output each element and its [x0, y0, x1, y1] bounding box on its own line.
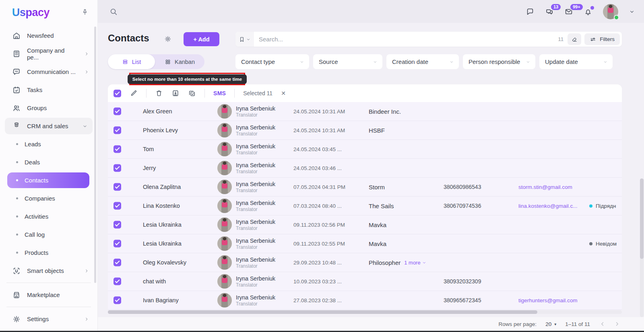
- contact-name[interactable]: chat with: [143, 278, 166, 285]
- company-more-link[interactable]: 1 more: [404, 260, 426, 266]
- row-checkbox[interactable]: [114, 297, 121, 304]
- sidebar-item-smart-objects[interactable]: Smart objects: [0, 262, 97, 280]
- table-row[interactable]: Lina Kostenko Iryna Serbeniuk Translator…: [108, 197, 622, 215]
- chevron-down-icon: [603, 59, 608, 64]
- sidebar-item-contacts-active[interactable]: Contacts: [7, 172, 89, 188]
- messenger-icon[interactable]: 13: [545, 7, 554, 16]
- contact-name[interactable]: Lesia Ukrainka: [143, 221, 182, 228]
- status-label: Підрядн: [596, 203, 616, 209]
- creation-date-filter[interactable]: Creation date: [386, 54, 459, 69]
- contact-type-filter[interactable]: Contact type: [235, 54, 309, 69]
- contact-name[interactable]: Lesia Ukrainka: [143, 240, 182, 247]
- clear-selection-button[interactable]: ✕: [281, 90, 286, 96]
- clear-search-button[interactable]: [568, 33, 581, 45]
- person-responsible-filter[interactable]: Person responsible: [463, 54, 535, 69]
- sidebar-item-communication[interactable]: Communication ...: [0, 63, 97, 81]
- table-row[interactable]: Lesia Ukrainka Iryna Serbeniuk Translato…: [108, 215, 622, 234]
- sidebar-item-deals[interactable]: Deals: [0, 153, 97, 171]
- creation-date-cell: 07.03.2024 08:40 ...: [293, 203, 342, 209]
- sidebar-item-company-and-people[interactable]: Company and pe...: [0, 45, 97, 63]
- previous-page-button[interactable]: [599, 320, 606, 328]
- search-input[interactable]: [254, 36, 558, 43]
- email-link[interactable]: storm.stin@gmail.com: [518, 184, 572, 190]
- sidebar-item-groups[interactable]: Groups: [0, 99, 97, 117]
- bell-icon[interactable]: [584, 7, 592, 16]
- email-link[interactable]: lina.kostenko@gmail.c...: [518, 203, 578, 209]
- sidebar-item-marketplace[interactable]: Marketplace: [0, 286, 97, 304]
- table-row[interactable]: Phoenix Levy Iryna Serbeniuk Translator …: [108, 121, 622, 140]
- email-link[interactable]: tigerhunters@gmail.com: [518, 297, 578, 303]
- sidebar-item-label: Groups: [27, 105, 47, 111]
- table-row[interactable]: Olena Zaplitna Iryna Serbeniuk Translato…: [108, 178, 622, 197]
- saved-filters-bookmark-button[interactable]: [235, 32, 254, 47]
- user-avatar[interactable]: [603, 4, 618, 19]
- edit-pencil-icon[interactable]: [130, 89, 138, 97]
- list-view-tab[interactable]: List: [108, 54, 155, 69]
- sidebar-item-products[interactable]: Products: [0, 244, 97, 262]
- row-checkbox[interactable]: [114, 164, 121, 172]
- sms-action-button[interactable]: SMS: [213, 90, 226, 96]
- contact-name[interactable]: Jerry: [143, 165, 156, 171]
- update-date-filter[interactable]: Update date: [539, 54, 613, 69]
- mail-icon[interactable]: 99+: [564, 7, 573, 16]
- table-row[interactable]: Alex Green Iryna Serbeniuk Translator 24…: [108, 102, 622, 121]
- table-row[interactable]: Tom Iryna Serbeniuk Translator 24.05.202…: [108, 140, 622, 159]
- vertical-scrollbar[interactable]: [640, 178, 644, 317]
- sidebar-item-tasks[interactable]: Tasks: [0, 81, 97, 99]
- profile-chevron-down-icon[interactable]: [629, 8, 635, 15]
- company-cell: HSBF: [369, 127, 385, 134]
- row-checkbox[interactable]: [114, 183, 121, 191]
- contacts-settings-gear-icon[interactable]: [164, 35, 172, 45]
- next-page-button[interactable]: [613, 320, 621, 328]
- kanban-view-tab[interactable]: Kanban: [155, 54, 204, 69]
- table-row[interactable]: chat with Iryna Serbeniuk Translator 10.…: [108, 272, 622, 291]
- table-row[interactable]: Ivan Bagriany Iryna Serbeniuk Translator…: [108, 291, 622, 310]
- row-checkbox[interactable]: [114, 202, 121, 210]
- contact-name[interactable]: Alex Green: [143, 108, 172, 115]
- row-checkbox[interactable]: [114, 259, 121, 266]
- dropdown-arrow-icon: ▾: [554, 322, 556, 326]
- sidebar-item-label: Contacts: [25, 177, 48, 184]
- table-row[interactable]: Oleg Kovalevsky Iryna Serbeniuk Translat…: [108, 253, 622, 272]
- row-checkbox[interactable]: [114, 108, 121, 115]
- export-download-icon[interactable]: [171, 89, 180, 97]
- horizontal-scrollbar-thumb[interactable]: [108, 310, 537, 314]
- sidebar-item-newsfeed[interactable]: Newsfeed: [0, 27, 97, 45]
- row-checkbox[interactable]: [114, 278, 121, 285]
- row-checkbox[interactable]: [114, 146, 121, 153]
- contact-name[interactable]: Lina Kostenko: [143, 203, 180, 209]
- row-checkbox[interactable]: [114, 221, 121, 229]
- duplicate-copy-icon[interactable]: [188, 89, 196, 97]
- add-contact-button[interactable]: + Add: [184, 32, 219, 46]
- sidebar-item-leads[interactable]: Leads: [0, 135, 97, 153]
- sidebar-scrollbar[interactable]: [94, 27, 96, 283]
- chevron-down-icon: [526, 59, 530, 64]
- delete-trash-icon[interactable]: [155, 89, 163, 97]
- horizontal-scrollbar[interactable]: [108, 310, 622, 314]
- comment-icon[interactable]: [526, 7, 535, 16]
- sidebar-item-call-log[interactable]: Call log: [0, 225, 97, 244]
- contact-name[interactable]: Ivan Bagriany: [143, 297, 179, 303]
- table-row[interactable]: Lesia Ukrainka Iryna Serbeniuk Translato…: [108, 234, 622, 253]
- row-checkbox[interactable]: [114, 240, 121, 248]
- global-search-icon[interactable]: [109, 7, 118, 16]
- source-filter[interactable]: Source: [313, 54, 382, 69]
- sidebar-item-settings[interactable]: Settings: [0, 310, 97, 328]
- pin-sidebar-icon[interactable]: [81, 8, 89, 17]
- contact-name[interactable]: Oleg Kovalevsky: [143, 259, 186, 266]
- rows-per-page-select[interactable]: 20 ▾: [545, 321, 556, 327]
- vertical-scrollbar-thumb[interactable]: [640, 178, 644, 259]
- table-row[interactable]: Jerry Iryna Serbeniuk Translator 24.05.2…: [108, 159, 622, 178]
- select-all-checkbox[interactable]: [114, 90, 121, 97]
- bullet-icon: [16, 234, 18, 236]
- sidebar-item-companies[interactable]: Companies: [0, 189, 97, 207]
- row-checkbox[interactable]: [114, 127, 121, 134]
- sidebar-item-activities[interactable]: Activities: [0, 207, 97, 225]
- sidebar-item-crm-and-sales[interactable]: CRM and sales: [5, 118, 93, 134]
- red-annotation-box: Select no more than 10 elements at the s…: [129, 73, 245, 85]
- contact-name[interactable]: Phoenix Levy: [143, 127, 178, 133]
- filters-button[interactable]: Filters: [584, 33, 620, 45]
- contact-name[interactable]: Tom: [143, 146, 154, 152]
- contact-name[interactable]: Olena Zaplitna: [143, 184, 181, 190]
- creation-date-cell: 07.05.2024 04:31 PM: [293, 184, 345, 190]
